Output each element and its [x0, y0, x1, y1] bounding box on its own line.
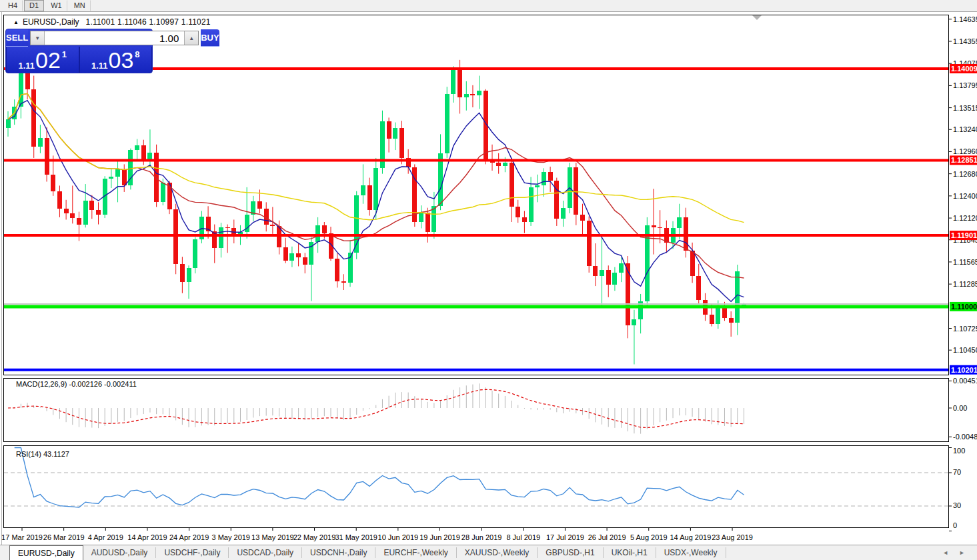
- date-axis-tick-label: 4 Apr 2019: [88, 533, 123, 541]
- candle-body: [658, 227, 662, 228]
- candle-body: [64, 209, 69, 213]
- candle-body: [419, 213, 423, 222]
- price-axis-tick-label: 1.12120: [953, 214, 977, 222]
- timeframe-button-w1[interactable]: W1: [45, 0, 67, 11]
- tabs-scroll-left-icon[interactable]: ◄: [942, 549, 948, 556]
- price-axis-tick-label: 1.11285: [953, 280, 977, 288]
- macd-axis-tick-label: 0.004517: [953, 377, 977, 385]
- date-axis-tick-label: 26 Jul 2019: [588, 533, 626, 541]
- buy-price[interactable]: 1.11 03 8: [80, 47, 152, 73]
- date-axis-tick-label: 24 Apr 2019: [169, 533, 209, 541]
- candle-body: [361, 185, 365, 195]
- timeframe-toolbar: H4D1W1MN: [0, 0, 977, 12]
- candle-body: [270, 225, 275, 226]
- date-axis-tick-label: 22 May 2019: [293, 533, 336, 541]
- candle-body: [122, 169, 127, 186]
- candle-body: [303, 257, 307, 265]
- chart-tab[interactable]: AUDUSD-,Daily: [83, 547, 157, 558]
- candle-body: [593, 266, 598, 275]
- candle-body: [341, 281, 346, 283]
- chart-canvas[interactable]: 1.146351.143551.140751.137951.135151.132…: [0, 0, 977, 560]
- macd-axis-tick-label: -0.004806: [953, 433, 977, 441]
- candle-body: [652, 225, 656, 228]
- candle-body: [722, 307, 727, 318]
- candle-body: [38, 138, 43, 147]
- date-axis-tick-label: 28 Jun 2019: [461, 533, 502, 541]
- chart-tab-bar: EURUSD-,DailyAUDUSD-,DailyUSDCHF-,DailyU…: [0, 545, 977, 560]
- candle-body: [510, 163, 514, 207]
- candle-body: [31, 89, 36, 147]
- candle-body: [141, 145, 146, 161]
- price-axis-tick-label: 1.12680: [953, 170, 977, 178]
- volume-input[interactable]: [45, 31, 184, 45]
- chart-tab[interactable]: EURCHF-,Weekly: [375, 547, 456, 558]
- candle-body: [431, 206, 436, 232]
- chart-tab[interactable]: USDCHF-,Daily: [156, 547, 229, 558]
- candle-body: [503, 163, 508, 166]
- level-price-label-text: 1.14009: [951, 65, 977, 73]
- candle-body: [516, 207, 520, 217]
- volume-increase-button[interactable]: ▲: [184, 31, 198, 45]
- candle-body: [45, 138, 49, 175]
- chart-tab[interactable]: EURUSD-,Daily: [9, 545, 83, 560]
- sell-button[interactable]: SELL: [6, 29, 28, 47]
- timeframe-button-d1[interactable]: D1: [24, 0, 44, 11]
- candle-body: [580, 215, 585, 220]
- macd-axis-tick-label: 0.00: [953, 404, 967, 412]
- macd-indicator-label: MACD(12,26,9) -0.002126 -0.002411: [16, 380, 137, 388]
- candle-body: [373, 168, 378, 210]
- date-axis-tick-label: 23 Aug 2019: [712, 533, 753, 541]
- candle-body: [626, 263, 630, 326]
- candle-body: [393, 128, 397, 139]
- buy-price-prefix: 1.11: [91, 61, 108, 70]
- candle-body: [535, 185, 540, 187]
- volume-decrease-button[interactable]: ▼: [31, 31, 45, 45]
- candle-body: [83, 201, 88, 225]
- buy-price-sup: 8: [135, 50, 139, 59]
- candle-body: [606, 270, 611, 284]
- candle-body: [219, 227, 223, 248]
- price-axis: 1.146351.143551.140751.137951.135151.132…: [949, 15, 977, 531]
- date-axis-tick-label: 8 Jul 2019: [506, 533, 540, 541]
- candle-body: [6, 119, 11, 128]
- price-axis-tick-label: 1.14635: [953, 15, 977, 23]
- candle-body: [445, 94, 449, 153]
- candle-body: [109, 177, 113, 178]
- buy-button[interactable]: BUY: [201, 29, 219, 47]
- price-axis-tick-label: 1.11565: [953, 258, 977, 266]
- date-axis-tick-label: 17 Jul 2019: [546, 533, 584, 541]
- candle-body: [180, 264, 185, 282]
- chart-tab[interactable]: UKOil-,H1: [604, 547, 656, 558]
- candle-body: [89, 201, 94, 210]
- candle-body: [716, 307, 720, 324]
- chart-title: ▲ EURUSD-,Daily 1.11001 1.11046 1.10997 …: [13, 17, 211, 27]
- chart-tab[interactable]: USDCNH-,Daily: [302, 547, 375, 558]
- chart-tab[interactable]: XAUUSD-,Weekly: [457, 547, 538, 558]
- candle-body: [529, 187, 534, 222]
- candle-body: [612, 273, 617, 285]
- price-axis-tick-label: 1.10450: [953, 346, 977, 354]
- date-axis-tick-label: 3 May 2019: [212, 533, 250, 541]
- rsi-axis-tick-label: 100: [953, 447, 965, 455]
- chart-tab[interactable]: USDCAD-,Daily: [229, 547, 302, 558]
- candle-body: [335, 259, 339, 281]
- sell-price[interactable]: 1.11 02 1: [7, 47, 79, 73]
- volume-spinner: ▼ ▲: [30, 31, 199, 45]
- price-axis-tick-label: 1.13515: [953, 104, 977, 112]
- candle-body: [619, 263, 624, 273]
- chart-tab[interactable]: USDX-,Weekly: [656, 547, 726, 558]
- tabs-scroll-right-icon[interactable]: ►: [959, 549, 965, 556]
- timeframe-button-h4[interactable]: H4: [3, 0, 23, 11]
- candle-body: [51, 175, 55, 191]
- candle-body: [684, 217, 688, 251]
- collapse-panel-icon[interactable]: ▲: [13, 19, 19, 25]
- timeframe-button-mn[interactable]: MN: [69, 0, 91, 11]
- candle-body: [451, 70, 455, 94]
- chart-tab[interactable]: GBPUSD-,H1: [538, 547, 603, 558]
- date-axis-tick-label: 5 Aug 2019: [630, 533, 668, 541]
- candle-body: [225, 227, 230, 228]
- buy-price-big: 03: [109, 51, 134, 70]
- level-price-label-text: 1.10201: [951, 366, 977, 374]
- candle-body: [600, 270, 604, 275]
- candle-body: [322, 225, 327, 233]
